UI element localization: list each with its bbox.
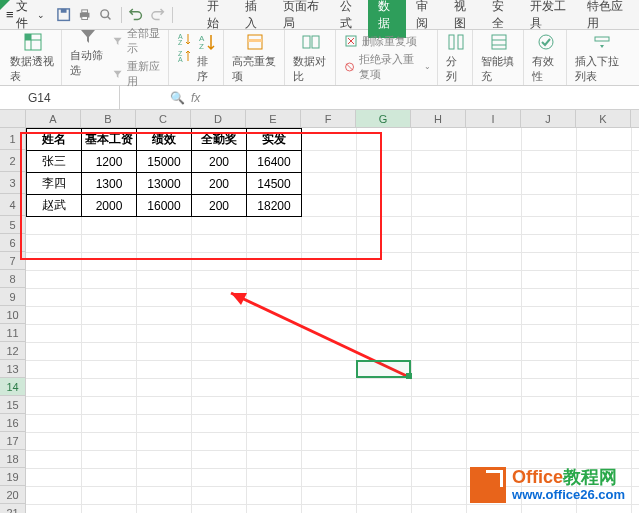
separator: [121, 7, 122, 23]
row-header[interactable]: 15: [0, 396, 25, 414]
row-header[interactable]: 17: [0, 432, 25, 450]
svg-point-5: [101, 10, 109, 18]
svg-line-25: [346, 63, 352, 69]
row-header[interactable]: 9: [0, 288, 25, 306]
compare-button[interactable]: 数据对比: [293, 32, 329, 84]
separator: [172, 7, 173, 23]
watermark-title: Office教程网: [512, 468, 625, 488]
undo-icon[interactable]: [128, 6, 143, 24]
svg-text:A: A: [178, 56, 183, 63]
svg-rect-26: [449, 35, 454, 49]
preview-icon[interactable]: [98, 6, 113, 24]
text-to-col-button[interactable]: 分列: [446, 32, 466, 84]
row-header[interactable]: 16: [0, 414, 25, 432]
ribbon-group-compare: 数据对比: [287, 30, 336, 85]
col-header[interactable]: H: [411, 110, 466, 127]
watermark-url: www.office26.com: [512, 488, 625, 502]
col-header[interactable]: C: [136, 110, 191, 127]
ribbon-group-remove-dup: 删除重复项 拒绝录入重复项⌄: [338, 30, 438, 85]
formula-bar: G14 🔍 fx: [0, 86, 639, 110]
chevron-down-icon: ⌄: [37, 10, 45, 20]
ribbon-group-sort: AZ ZA AZ 排序: [171, 30, 224, 85]
name-box[interactable]: G14: [20, 86, 120, 109]
smart-fill-label: 智能填充: [481, 54, 517, 84]
compare-label: 数据对比: [293, 54, 329, 84]
smart-fill-button[interactable]: 智能填充: [481, 32, 517, 84]
col-header[interactable]: G: [356, 110, 411, 127]
row-header[interactable]: 14: [0, 378, 25, 396]
redo-icon[interactable]: [150, 6, 165, 24]
ribbon-group-dropdown: 插入下拉列表: [569, 30, 635, 85]
cell-selection: [356, 360, 411, 378]
row-header[interactable]: 18: [0, 450, 25, 468]
reapply-button[interactable]: 重新应用: [112, 59, 162, 89]
ribbon-group-smart-fill: 智能填充: [475, 30, 524, 85]
reject-dup-button[interactable]: 拒绝录入重复项⌄: [344, 52, 431, 82]
save-icon[interactable]: [56, 6, 71, 24]
insert-dropdown-button[interactable]: 插入下拉列表: [575, 32, 629, 84]
dropdown-label: 插入下拉列表: [575, 54, 629, 84]
print-icon[interactable]: [77, 6, 92, 24]
filter-button[interactable]: 自动筛选: [70, 26, 106, 89]
ribbon-group-pivot: 数据透视表: [4, 30, 62, 85]
row-header[interactable]: 19: [0, 468, 25, 486]
svg-rect-3: [82, 10, 88, 13]
row-header[interactable]: 21: [0, 504, 25, 513]
svg-text:Z: Z: [178, 39, 183, 46]
col-header[interactable]: J: [521, 110, 576, 127]
svg-rect-20: [312, 36, 319, 48]
pivot-label: 数据透视表: [10, 54, 55, 84]
row-header[interactable]: 8: [0, 270, 25, 288]
validation-label: 有效性: [532, 54, 559, 84]
show-all-button[interactable]: 全部显示: [112, 26, 162, 56]
pivot-button[interactable]: 数据透视表: [10, 32, 55, 84]
ribbon-group-text-col: 分列: [440, 30, 473, 85]
ribbon-group-filter: 自动筛选 全部显示 重新应用: [64, 30, 169, 85]
text-col-label: 分列: [446, 54, 466, 84]
svg-rect-1: [60, 9, 66, 13]
svg-rect-28: [492, 35, 506, 49]
chevron-down-icon: ⌄: [424, 62, 431, 71]
svg-rect-4: [82, 16, 88, 19]
col-header[interactable]: I: [466, 110, 521, 127]
svg-rect-19: [303, 36, 310, 48]
col-header[interactable]: D: [191, 110, 246, 127]
col-header[interactable]: F: [301, 110, 356, 127]
row-header[interactable]: 11: [0, 324, 25, 342]
col-header[interactable]: B: [81, 110, 136, 127]
ribbon-group-validation: 有效性: [526, 30, 566, 85]
sort-label: 排序: [197, 54, 217, 84]
col-header[interactable]: A: [26, 110, 81, 127]
svg-rect-8: [25, 34, 31, 40]
fill-handle[interactable]: [406, 373, 412, 379]
watermark: Office教程网 www.office26.com: [470, 467, 625, 503]
svg-line-6: [108, 16, 111, 19]
row-header[interactable]: 20: [0, 486, 25, 504]
svg-rect-27: [458, 35, 463, 49]
col-header[interactable]: E: [246, 110, 301, 127]
cells-area[interactable]: 姓名 基本工资 绩效 全勤奖 实发 张三12001500020016400 李四…: [26, 128, 639, 513]
svg-rect-32: [595, 37, 609, 41]
sort-button[interactable]: AZ 排序: [197, 32, 217, 84]
fx-search-icon[interactable]: 🔍: [170, 91, 185, 105]
file-menu-label: 文件: [16, 0, 35, 32]
row-header[interactable]: 10: [0, 306, 25, 324]
svg-point-31: [539, 35, 553, 49]
validation-button[interactable]: 有效性: [532, 32, 559, 84]
remove-dup-button[interactable]: 删除重复项: [344, 34, 431, 49]
app-corner: [0, 0, 10, 10]
annotation-box: [20, 132, 382, 260]
highlight-dup-button[interactable]: 高亮重复项: [232, 32, 277, 84]
row-header[interactable]: 12: [0, 342, 25, 360]
column-headers: A B C D E F G H I J K: [0, 110, 639, 128]
filter-label: 自动筛选: [70, 48, 106, 78]
sort-asc-icon[interactable]: AZ: [177, 32, 193, 46]
file-menu[interactable]: 文件⌄: [16, 0, 45, 32]
row-header[interactable]: 13: [0, 360, 25, 378]
select-all-corner[interactable]: [0, 110, 26, 127]
spreadsheet-grid: A B C D E F G H I J K 1 2 3 4 5 6 7 8 9 …: [0, 110, 639, 513]
highlight-dup-label: 高亮重复项: [232, 54, 277, 84]
fx-icon[interactable]: fx: [191, 91, 200, 105]
col-header[interactable]: K: [576, 110, 631, 127]
sort-desc-icon[interactable]: ZA: [177, 49, 193, 63]
